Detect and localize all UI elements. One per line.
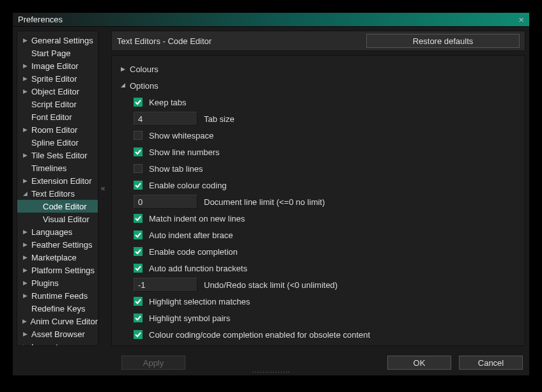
window-body: ▶General SettingsStart Page▶Image Editor… [13, 27, 529, 350]
sidebar-item-label: Tile Sets Editor [31, 151, 88, 160]
checkbox-show_line_numbers[interactable] [134, 147, 143, 156]
option-row: Highlight selection matches [134, 294, 516, 308]
sidebar-item[interactable]: ▶Extension Editor [17, 174, 98, 187]
sidebar-item[interactable]: Font Editor [17, 110, 98, 123]
sidebar-item[interactable]: Script Editor [17, 98, 98, 110]
input-tab_size[interactable] [134, 112, 197, 126]
sidebar-item[interactable]: ▶General Settings [17, 34, 98, 47]
option-row: Show whitespace [134, 128, 516, 142]
sidebar-item[interactable]: Start Page [17, 47, 98, 59]
sidebar-item[interactable]: ▶Asset Browser [17, 328, 98, 340]
option-row: Highlight symbol pairs [134, 311, 516, 325]
chevron-right-icon [21, 139, 29, 146]
chevron-right-icon: ▶ [21, 241, 29, 248]
checkbox-enable_code_completion[interactable] [134, 247, 143, 256]
option-row: Enable code completion [134, 245, 516, 259]
chevron-right-icon [21, 100, 29, 108]
option-label: Show whitespace [149, 131, 213, 140]
chevron-right-icon: ▶ [21, 62, 29, 70]
checkbox-auto_add_brackets[interactable] [134, 264, 143, 273]
sidebar-item[interactable]: Timelines [17, 162, 98, 174]
sidebar-item[interactable]: ▶Tile Sets Editor [17, 149, 98, 162]
checkbox-auto_indent_brace[interactable] [134, 230, 143, 239]
option-label: Show tab lines [149, 164, 203, 174]
sidebar-item[interactable]: ▶Languages [17, 225, 98, 238]
option-row: Enable colour coding [134, 178, 516, 192]
sidebar-item[interactable]: ▶Runtime Feeds [17, 289, 98, 302]
sidebar-item-label: Extension Editor [31, 176, 92, 186]
options-list: Keep tabsTab sizeShow whitespaceShow lin… [121, 95, 516, 342]
sidebar-item[interactable]: ▶Inspector [17, 340, 98, 346]
sidebar-item[interactable]: ▶Feather Settings [17, 238, 98, 251]
sidebar-item[interactable]: ▶Marketplace [17, 251, 98, 264]
sidebar-item[interactable]: Code Editor [17, 200, 98, 213]
window-title: Preferences [18, 15, 63, 24]
restore-defaults-button[interactable]: Restore defaults [366, 34, 520, 48]
chevron-right-icon [33, 202, 40, 210]
sidebar-item-label: Inspector [31, 342, 65, 347]
sidebar-item[interactable]: ▶Anim Curve Editor [17, 315, 98, 328]
sidebar-item[interactable]: ▶Platform Settings [17, 264, 98, 276]
chevron-right-icon: ▶ [21, 330, 29, 338]
chevron-right-icon [21, 113, 29, 121]
chevron-right-icon: ▶ [21, 292, 29, 299]
sidebar-item[interactable]: Spline Editor [17, 136, 98, 149]
chevron-right-icon [21, 305, 29, 312]
sidebar-item-label: Font Editor [31, 112, 72, 122]
sidebar-item-label: Plugins [31, 278, 59, 288]
options-panel: ▶ Colours ◢ Options Keep tabsTab sizeSho… [111, 55, 525, 346]
checkbox-highlight_sel_matches[interactable] [134, 297, 143, 306]
option-label: Match indent on new lines [149, 214, 245, 223]
section-options[interactable]: ◢ Options [121, 79, 516, 93]
sidebar-item[interactable]: ▶Object Editor [17, 85, 98, 98]
section-colours[interactable]: ▶ Colours [121, 62, 516, 76]
chevron-right-icon: ▶ [21, 317, 28, 325]
chevron-right-icon: ▶ [121, 66, 130, 72]
sidebar-item-label: Visual Editor [43, 215, 89, 224]
checkbox-enable_colour_coding[interactable] [134, 181, 143, 190]
sidebar-item[interactable]: Visual Editor [17, 213, 98, 225]
sidebar-item[interactable]: ▶Image Editor [17, 59, 98, 72]
option-label: Tab size [204, 114, 235, 124]
sidebar-item-label: Languages [31, 227, 72, 237]
checkbox-match_indent[interactable] [134, 214, 143, 223]
option-label: Enable code completion [149, 247, 238, 257]
option-label: Document line limit (<=0 no limit) [204, 197, 325, 207]
sidebar-item[interactable]: ▶Sprite Editor [17, 72, 98, 85]
option-label: Keep tabs [149, 98, 187, 107]
sidebar-item-label: Spline Editor [31, 138, 79, 147]
apply-button[interactable]: Apply [121, 356, 185, 370]
collapse-handle-icon[interactable]: « [98, 31, 107, 346]
chevron-right-icon: ▶ [21, 87, 29, 95]
option-row: Keep tabs [134, 95, 516, 109]
option-row: Tab size [134, 112, 516, 126]
checkbox-highlight_symbol_pairs[interactable] [134, 313, 143, 322]
sidebar-item[interactable]: ▶Room Editor [17, 123, 98, 136]
sidebar-tree[interactable]: ▶General SettingsStart Page▶Image Editor… [17, 31, 98, 346]
sidebar-item-label: Object Editor [31, 87, 79, 96]
option-label: Show line numbers [149, 147, 220, 157]
checkbox-show_tab_lines[interactable] [134, 164, 143, 173]
sidebar-item-label: General Settings [31, 36, 93, 45]
titlebar[interactable]: Preferences ✕ [13, 13, 529, 27]
sidebar-item[interactable]: Redefine Keys [17, 302, 98, 315]
option-row: Auto indent after brace [134, 228, 516, 242]
input-undo_limit[interactable] [134, 278, 197, 292]
cancel-button[interactable]: Cancel [459, 356, 523, 370]
close-icon[interactable]: ✕ [515, 14, 527, 26]
checkbox-keep_tabs[interactable] [134, 98, 143, 107]
option-label: Enable colour coding [149, 181, 226, 190]
input-doc_line_limit[interactable] [134, 195, 197, 209]
sidebar-item[interactable]: ▶Plugins [17, 276, 98, 289]
option-row: Colour coding/code completion enabled fo… [134, 328, 516, 342]
main-header: Text Editors - Code Editor Restore defau… [111, 31, 525, 51]
sidebar-item-label: Room Editor [31, 125, 77, 135]
section-options-label: Options [130, 81, 159, 91]
checkbox-show_whitespace[interactable] [134, 131, 143, 140]
chevron-right-icon: ▶ [21, 75, 29, 82]
checkbox-obsolete_content[interactable] [134, 330, 143, 339]
ok-button[interactable]: OK [387, 356, 451, 370]
sidebar-item[interactable]: ◢Text Editors [17, 187, 98, 200]
option-row: Document line limit (<=0 no limit) [134, 195, 516, 209]
sidebar-item-label: Image Editor [31, 61, 79, 71]
